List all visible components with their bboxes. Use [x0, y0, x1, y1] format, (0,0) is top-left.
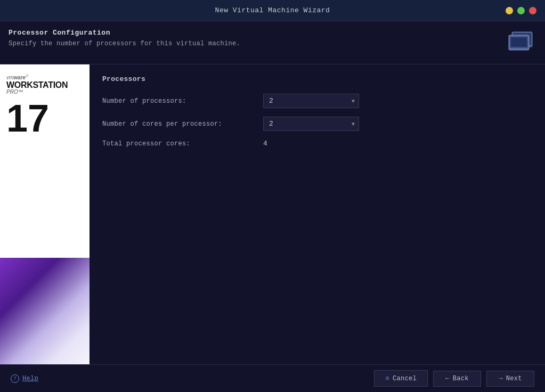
- processors-count-select[interactable]: 1 2 4 8 16: [263, 94, 359, 108]
- cancel-label: Cancel: [393, 375, 417, 382]
- total-cores-label: Total processor cores:: [102, 140, 257, 148]
- footer-help[interactable]: ? Help: [11, 374, 38, 383]
- header-title: Processor Configuration: [9, 29, 240, 37]
- cancel-icon: ⊙: [385, 374, 389, 382]
- wizard-header: Processor Configuration Specify the numb…: [0, 21, 545, 64]
- maximize-button[interactable]: [517, 7, 525, 14]
- back-icon: ←: [445, 375, 450, 382]
- footer-actions: ⊙ Cancel ← Back → Next: [374, 370, 534, 387]
- processors-count-group: Number of processors: 1 2 4 8 16 ▼: [102, 94, 532, 108]
- back-button[interactable]: ← Back: [433, 371, 481, 387]
- cores-per-processor-select[interactable]: 1 2 4 8 16: [263, 117, 359, 131]
- header-text-group: Processor Configuration Specify the numb…: [9, 29, 240, 47]
- cancel-button[interactable]: ⊙ Cancel: [374, 370, 428, 387]
- header-subtitle: Specify the number of processors for thi…: [9, 40, 240, 47]
- title-bar: New Virtual Machine Wizard: [0, 0, 545, 21]
- sidebar: vmware® WORKSTATION PRO™ 17: [0, 64, 90, 364]
- processors-count-select-wrapper[interactable]: 1 2 4 8 16 ▼: [263, 94, 359, 108]
- header-icon: [507, 29, 536, 56]
- help-link[interactable]: Help: [22, 375, 38, 382]
- window-controls: [506, 7, 536, 14]
- vmware-logo: vmware® WORKSTATION PRO™: [0, 64, 90, 99]
- cores-per-processor-label: Number of cores per processor:: [102, 120, 257, 128]
- total-cores-group: Total processor cores: 4: [102, 140, 532, 148]
- minimize-button[interactable]: [506, 7, 513, 14]
- sidebar-gradient: [0, 258, 90, 364]
- next-icon: →: [499, 375, 503, 382]
- main-content: vmware® WORKSTATION PRO™ 17 Processors N…: [0, 64, 545, 364]
- close-button[interactable]: [529, 7, 536, 14]
- content-panel: Processors Number of processors: 1 2 4 8…: [90, 64, 545, 364]
- processors-count-label: Number of processors:: [102, 97, 257, 105]
- wizard-footer: ? Help ⊙ Cancel ← Back → Next: [0, 364, 545, 392]
- svg-rect-5: [511, 37, 527, 47]
- cores-per-processor-group: Number of cores per processor: 1 2 4 8 1…: [102, 117, 532, 131]
- version-number: 17: [0, 99, 90, 136]
- back-label: Back: [453, 375, 469, 382]
- vmware-brand-small: vmware®: [6, 74, 83, 80]
- window-title: New Virtual Machine Wizard: [215, 6, 330, 14]
- total-cores-value: 4: [263, 140, 267, 148]
- help-icon: ?: [11, 374, 19, 383]
- next-button[interactable]: → Next: [486, 371, 534, 387]
- cores-per-processor-select-wrapper[interactable]: 1 2 4 8 16 ▼: [263, 117, 359, 131]
- next-label: Next: [506, 375, 522, 382]
- processors-section-title: Processors: [102, 75, 532, 83]
